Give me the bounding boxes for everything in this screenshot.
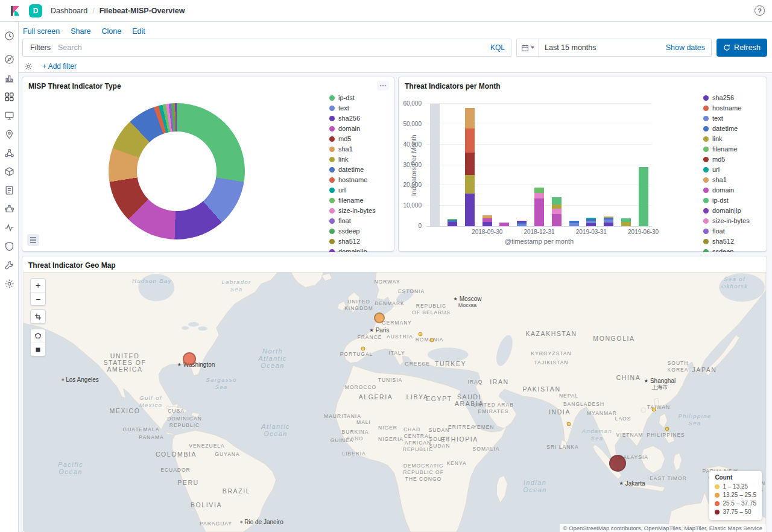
small-map-marker[interactable]	[361, 347, 365, 351]
legend-item[interactable]: domain	[703, 186, 772, 194]
legend-item[interactable]: sha1	[703, 176, 772, 183]
bar-segment[interactable]	[604, 217, 613, 218]
bar-segment[interactable]	[448, 219, 457, 220]
bar-segment[interactable]	[552, 209, 562, 214]
filter-settings-gear-icon[interactable]	[24, 62, 33, 71]
small-map-marker[interactable]	[430, 338, 434, 343]
bar-segment[interactable]	[482, 215, 492, 218]
nav-edit[interactable]: Edit	[132, 27, 145, 34]
legend-toggle-button[interactable]	[27, 234, 39, 246]
maps-icon[interactable]	[4, 129, 14, 139]
small-map-marker[interactable]	[665, 427, 669, 431]
legend-item[interactable]: ip-dst	[703, 197, 772, 204]
bar-segment[interactable]	[448, 220, 457, 222]
bar-segment[interactable]	[517, 224, 527, 226]
refresh-button[interactable]: Refresh	[717, 39, 767, 57]
search-input[interactable]	[58, 39, 484, 56]
legend-item[interactable]: datetime	[703, 125, 772, 132]
breadcrumb-dashboard[interactable]: Dashboard	[51, 7, 87, 15]
bar-segment[interactable]	[569, 223, 579, 226]
bar-segment[interactable]	[552, 214, 562, 226]
management-icon[interactable]	[4, 279, 14, 289]
bar-segment[interactable]	[499, 223, 509, 226]
bar-segment[interactable]	[482, 218, 492, 221]
donut-chart[interactable]	[109, 103, 245, 239]
uptime-icon[interactable]	[4, 223, 14, 233]
metrics-icon[interactable]	[4, 166, 14, 177]
kql-button[interactable]: KQL	[484, 43, 511, 52]
zoom-in-button[interactable]: +	[31, 279, 45, 292]
bar-segment[interactable]	[465, 194, 475, 226]
bar-segment[interactable]	[621, 218, 631, 222]
bar-segment[interactable]	[621, 222, 631, 226]
filters-button[interactable]: Filters	[23, 39, 58, 56]
panel-options-icon[interactable]	[377, 81, 389, 90]
bar-segment[interactable]	[465, 153, 475, 175]
map-marker[interactable]	[183, 352, 196, 366]
bar-segment[interactable]	[482, 222, 492, 226]
dashboard-icon[interactable]	[4, 92, 14, 102]
bar-segment[interactable]	[586, 221, 596, 223]
bar-segment[interactable]	[465, 128, 475, 153]
legend-item[interactable]: domain|ip	[703, 207, 772, 214]
legend-item[interactable]: text	[703, 115, 772, 122]
bar-segment[interactable]	[517, 223, 527, 224]
legend-item[interactable]: ssdeep	[703, 248, 772, 252]
bar-segment[interactable]	[430, 104, 440, 226]
legend-item[interactable]: sha512	[703, 238, 772, 245]
map-marker[interactable]	[609, 455, 626, 472]
show-dates-link[interactable]: Show dates	[666, 43, 711, 52]
bar-segment[interactable]	[639, 167, 648, 226]
bar-segment[interactable]	[569, 221, 579, 223]
small-map-marker[interactable]	[567, 422, 571, 426]
visualize-icon[interactable]	[4, 73, 14, 83]
fit-bounds-button[interactable]	[31, 310, 45, 323]
bar-segment[interactable]	[586, 223, 596, 226]
legend-item[interactable]: float	[703, 227, 772, 235]
add-filter-link[interactable]: + Add filter	[42, 62, 77, 71]
legend-item[interactable]: sha256	[703, 94, 772, 101]
discover-icon[interactable]	[4, 54, 14, 65]
legend-item[interactable]: hostname	[703, 104, 772, 112]
nav-clone[interactable]: Clone	[102, 27, 122, 34]
bar-segment[interactable]	[604, 220, 613, 223]
bar-segment[interactable]	[604, 218, 613, 220]
bar-segment[interactable]	[465, 108, 475, 128]
canvas-icon[interactable]	[4, 110, 14, 121]
logs-icon[interactable]	[4, 185, 14, 195]
bar-segment[interactable]	[517, 221, 527, 223]
legend-item[interactable]: md5	[703, 156, 772, 163]
map-marker[interactable]	[374, 312, 385, 323]
bar-segment[interactable]	[586, 218, 596, 219]
zoom-out-button[interactable]: −	[31, 292, 45, 305]
map-area[interactable]: NORWAYESTONIAUNITED KINGDOMDENMARKREPUBL…	[23, 272, 766, 532]
space-badge[interactable]: D	[29, 4, 42, 17]
help-icon[interactable]: ?	[755, 5, 765, 16]
legend-item[interactable]: url	[703, 166, 772, 173]
bar-segment[interactable]	[586, 219, 596, 221]
siem-icon[interactable]	[4, 241, 14, 252]
bar-segment[interactable]	[534, 188, 544, 192]
bar-segment[interactable]	[604, 223, 613, 226]
legend-item[interactable]: filename	[703, 145, 772, 153]
bar-segment[interactable]	[552, 204, 562, 209]
time-range-text[interactable]: Last 15 months	[539, 43, 666, 52]
draw-rectangle-button[interactable]	[31, 343, 45, 356]
bar-segment[interactable]	[465, 175, 475, 193]
bar-segment[interactable]	[534, 198, 544, 226]
dev-tools-icon[interactable]	[4, 260, 14, 270]
apm-icon[interactable]	[4, 204, 14, 214]
bar-segment[interactable]	[552, 197, 562, 204]
recently-viewed-icon[interactable]	[4, 31, 14, 41]
small-map-marker[interactable]	[419, 332, 423, 337]
machine-learning-icon[interactable]	[4, 148, 14, 158]
calendar-button[interactable]	[517, 39, 539, 56]
bar-segment[interactable]	[448, 222, 457, 226]
bar-segment[interactable]	[534, 193, 544, 198]
legend-item[interactable]: size-in-bytes	[703, 217, 772, 224]
draw-polygon-button[interactable]	[31, 329, 45, 343]
small-map-marker[interactable]	[652, 408, 656, 412]
legend-item[interactable]: link	[703, 135, 772, 142]
kibana-logo[interactable]	[7, 3, 23, 19]
nav-share[interactable]: Share	[71, 27, 90, 34]
